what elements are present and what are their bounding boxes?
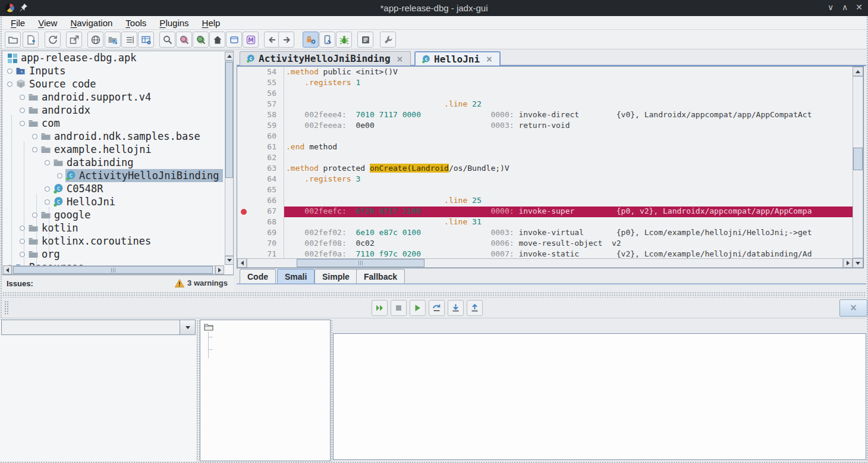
code-line[interactable]: 71 002fef0a: 7110 f97c 0200 0007: invoke… (237, 249, 853, 259)
maximize-button[interactable]: ∧ (838, 2, 851, 14)
scroll-thumb[interactable] (297, 259, 424, 267)
code-line[interactable]: 59 002feeea: 0e00 0003: return-void (237, 121, 853, 132)
code-line[interactable]: 63.method protected onCreate(Landroid/os… (237, 164, 853, 174)
toolbar-drag-handle[interactable] (4, 301, 10, 315)
line-number[interactable]: 66 (237, 196, 284, 207)
line-number[interactable]: 59 (237, 121, 284, 132)
tree-item-com[interactable]: com (2, 117, 223, 130)
class-search-button[interactable] (176, 32, 192, 48)
tree-item-google[interactable]: google (2, 208, 223, 221)
line-number[interactable]: 60 (237, 132, 284, 142)
nav-back-button[interactable] (264, 32, 280, 48)
tree-item-inputs[interactable]: Inputs (2, 64, 223, 77)
tree-vertical-scrollbar[interactable] (225, 52, 234, 265)
code-line[interactable]: 62 (237, 153, 853, 164)
tree-item-databinding[interactable]: databinding (2, 156, 223, 169)
expander-collapsed-icon[interactable] (45, 186, 50, 192)
line-number[interactable]: 61 (237, 142, 284, 153)
debug-bug-button[interactable] (336, 32, 352, 48)
tree-item-hellojni[interactable]: cHelloJni (2, 195, 223, 208)
expander-collapsed-icon[interactable] (45, 199, 50, 205)
scroll-right-button[interactable] (215, 265, 224, 274)
log-output-box[interactable] (333, 333, 866, 460)
tree-item-android-support-v4[interactable]: android.support.v4 (2, 90, 223, 104)
home-button[interactable] (209, 32, 225, 48)
deobfuscation-button[interactable] (87, 32, 103, 48)
menu-help[interactable]: Help (197, 17, 226, 29)
debugger-attach-button[interactable] (303, 32, 319, 48)
code-line[interactable]: 58 002feee4: 7010 7117 0000 0000: invoke… (237, 110, 853, 121)
device-button[interactable] (319, 32, 335, 48)
add-files-button[interactable] (23, 32, 39, 48)
m-badge-button[interactable]: M (243, 32, 259, 48)
warnings-indicator[interactable]: 3 warnings (175, 279, 228, 287)
code-line[interactable]: 70 002fef08: 0c02 0006: move-result-obje… (237, 239, 853, 249)
expander-expanded-icon[interactable] (45, 160, 50, 165)
code-horizontal-scrollbar[interactable] (237, 258, 853, 268)
tree-item-kotlin[interactable]: kotlin (2, 221, 223, 234)
reload-button[interactable] (45, 32, 61, 48)
breakpoint-icon[interactable] (241, 209, 247, 215)
tree-item-source-code[interactable]: Source code (2, 77, 223, 90)
variables-root[interactable] (204, 322, 216, 331)
expander-expanded-icon[interactable] (32, 147, 37, 152)
tab-close-icon[interactable]: × (397, 54, 404, 64)
menu-file[interactable]: File (5, 17, 30, 29)
code-line[interactable]: 60 (237, 132, 853, 142)
view-tab-simple[interactable]: Simple (315, 269, 357, 283)
scroll-thumb[interactable] (225, 62, 233, 178)
tab-close-icon[interactable]: × (486, 54, 493, 64)
stop-button[interactable] (391, 300, 407, 316)
expander-collapsed-icon[interactable] (7, 68, 12, 74)
minimize-button[interactable]: ∨ (824, 2, 837, 14)
text-search-button[interactable] (159, 32, 175, 48)
expander-collapsed-icon[interactable] (57, 173, 62, 179)
close-debugger-button[interactable]: × (839, 299, 867, 317)
menu-view[interactable]: View (33, 17, 62, 29)
expander-collapsed-icon[interactable] (20, 95, 25, 100)
editor-tab-hellojni[interactable]: cHelloJni× (414, 51, 501, 65)
frame-button[interactable] (226, 32, 242, 48)
tree-item-android-ndk-samples-base[interactable]: android.ndk.samples.base (2, 130, 223, 143)
line-number[interactable]: 68 (237, 217, 284, 228)
menu-plugins[interactable]: Plugins (154, 17, 194, 29)
table-settings-button[interactable] (138, 32, 154, 48)
editor-tab-activityhellojnibinding[interactable]: cActivityHelloJniBinding× (240, 51, 411, 65)
open-file-button[interactable] (5, 32, 21, 48)
view-tab-smali[interactable]: Smali (277, 269, 315, 283)
step-over-button[interactable] (429, 300, 445, 316)
comment-search-button[interactable] (193, 32, 209, 48)
view-tab-fallback[interactable]: Fallback (356, 269, 405, 283)
code-line[interactable]: 54.method public <init>()V (237, 67, 853, 78)
tree-item-activityhellojnibinding[interactable]: cActivityHelloJniBinding (2, 169, 223, 182)
line-number[interactable]: 67 (237, 207, 284, 217)
log-viewer-button[interactable] (357, 32, 373, 48)
code-line[interactable]: 55 .registers 1 (237, 78, 853, 89)
resume-button[interactable] (372, 300, 388, 316)
code-line[interactable]: 69 002fef02: 6e10 e87c 0100 0003: invoke… (237, 228, 853, 239)
code-line[interactable]: 65 (237, 185, 853, 196)
line-number[interactable]: 54 (237, 67, 284, 78)
scroll-down-button[interactable] (853, 258, 863, 268)
preferences-button[interactable] (380, 32, 396, 48)
combo-dropdown-button[interactable] (180, 320, 195, 334)
code-line[interactable]: 56 (237, 89, 853, 99)
smali-code[interactable]: 54.method public <init>()V55 .registers … (237, 67, 853, 259)
code-line[interactable]: 64 .registers 3 (237, 174, 853, 185)
line-number[interactable]: 62 (237, 153, 284, 164)
run-button[interactable] (410, 300, 426, 316)
tree-item-c0548r[interactable]: cC0548R (2, 182, 223, 195)
tree-item-androidx[interactable]: androidx (2, 104, 223, 117)
tree-item-kotlinx-coroutines[interactable]: kotlinx.coroutines (2, 234, 223, 248)
line-number[interactable]: 65 (237, 185, 284, 196)
line-number[interactable]: 69 (237, 228, 284, 239)
tree-item-app-release-dbg-apk[interactable]: app-release-dbg.apk (2, 51, 223, 64)
flat-packages-button[interactable] (121, 32, 137, 48)
code-line[interactable]: 57 .line 22 (237, 99, 853, 110)
scroll-up-button[interactable] (225, 52, 234, 61)
scroll-thumb[interactable] (13, 266, 213, 274)
line-number[interactable]: 63 (237, 164, 284, 174)
line-number[interactable]: 56 (237, 89, 284, 99)
step-into-button[interactable] (448, 300, 464, 316)
scroll-up-button[interactable] (853, 67, 863, 76)
